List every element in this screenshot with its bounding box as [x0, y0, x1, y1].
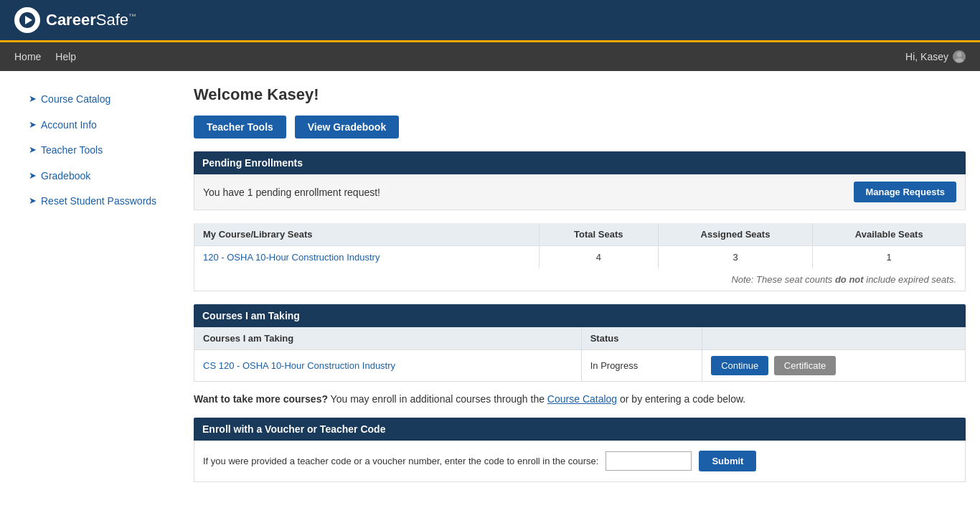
continue-button[interactable]: Continue	[711, 356, 768, 375]
sidebar-item-gradebook[interactable]: ➤ Gradebook	[29, 169, 172, 184]
chevron-icon: ➤	[29, 119, 37, 130]
seats-note: Note: These seat counts do not include e…	[194, 268, 966, 291]
voucher-input[interactable]	[606, 451, 692, 471]
table-row: 120 - OSHA 10-Hour Construction Industry…	[194, 246, 966, 269]
course-catalog-link[interactable]: Course Catalog	[547, 393, 617, 405]
seat-course-anchor[interactable]: 120 - OSHA 10-Hour Construction Industry	[203, 252, 380, 263]
seats-col-total: Total Seats	[540, 223, 659, 246]
top-header: CareerSafe™	[0, 0, 980, 42]
sidebar-label-teacher-tools: Teacher Tools	[41, 144, 103, 158]
courses-table: Courses I am Taking Status CS 120 - OSHA…	[194, 327, 966, 382]
chevron-icon: ➤	[29, 195, 37, 206]
seat-available: 1	[813, 246, 966, 269]
sidebar-label-account-info: Account Info	[41, 118, 97, 133]
courses-col-course: Courses I am Taking	[194, 327, 582, 350]
sidebar-item-teacher-tools[interactable]: ➤ Teacher Tools	[29, 144, 172, 158]
courses-col-status: Status	[581, 327, 702, 350]
welcome-title: Welcome Kasey!	[194, 85, 966, 104]
logo-text: CareerSafe™	[46, 11, 136, 29]
user-icon	[953, 50, 966, 63]
seat-total: 4	[540, 246, 659, 269]
seats-section: My Course/Library Seats Total Seats Assi…	[194, 223, 966, 291]
svg-point-2	[957, 52, 962, 57]
courses-col-actions	[702, 327, 966, 350]
course-anchor[interactable]: CS 120 - OSHA 10-Hour Construction Indus…	[203, 360, 395, 371]
main-layout: ➤ Course Catalog ➤ Account Info ➤ Teache…	[0, 71, 980, 497]
sidebar-label-course-catalog: Course Catalog	[41, 93, 110, 107]
user-greeting: Hi, Kasey	[905, 51, 948, 62]
voucher-content: If you were provided a teacher code or a…	[194, 441, 966, 482]
courses-header: Courses I am Taking	[194, 304, 966, 327]
voucher-label: If you were provided a teacher code or a…	[203, 456, 598, 466]
sidebar-label-reset-passwords: Reset Student Passwords	[41, 194, 156, 209]
course-link-cell: CS 120 - OSHA 10-Hour Construction Indus…	[194, 350, 582, 382]
logo-safe: Safe	[96, 11, 128, 29]
nav-right: Hi, Kasey	[905, 50, 966, 63]
logo-area: CareerSafe™	[14, 7, 136, 33]
nav-home[interactable]: Home	[14, 44, 41, 70]
pending-enrollments-bar: You have 1 pending enrollment request! M…	[194, 174, 966, 210]
voucher-header: Enroll with a Voucher or Teacher Code	[194, 418, 966, 441]
seat-course-link: 120 - OSHA 10-Hour Construction Industry	[194, 246, 540, 269]
logo-career: Career	[46, 11, 96, 29]
sidebar-item-reset-passwords[interactable]: ➤ Reset Student Passwords	[29, 194, 172, 209]
seats-col-course: My Course/Library Seats	[194, 223, 540, 246]
courses-section: Courses I am Taking Courses I am Taking …	[194, 304, 966, 382]
more-courses-bold: Want to take more courses?	[194, 393, 328, 405]
logo-icon	[14, 7, 40, 33]
chevron-icon: ➤	[29, 93, 37, 104]
sidebar: ➤ Course Catalog ➤ Account Info ➤ Teache…	[29, 85, 172, 482]
chevron-icon: ➤	[29, 170, 37, 181]
courses-table-head: Courses I am Taking Status	[194, 327, 966, 350]
teacher-tools-button[interactable]: Teacher Tools	[194, 116, 286, 138]
seats-col-available: Available Seats	[813, 223, 966, 246]
pending-message: You have 1 pending enrollment request!	[203, 187, 380, 198]
more-courses-mid: You may enroll in additional courses thr…	[328, 393, 547, 405]
content: Welcome Kasey! Teacher Tools View Gradeb…	[172, 85, 966, 482]
svg-point-3	[956, 58, 963, 62]
course-actions: Continue Certificate	[702, 350, 966, 382]
sidebar-label-gradebook: Gradebook	[41, 169, 90, 184]
table-row: CS 120 - OSHA 10-Hour Construction Indus…	[194, 350, 966, 382]
more-courses-text: Want to take more courses? You may enrol…	[194, 393, 966, 405]
certificate-button[interactable]: Certificate	[774, 356, 837, 375]
sidebar-item-account-info[interactable]: ➤ Account Info	[29, 118, 172, 133]
sidebar-item-course-catalog[interactable]: ➤ Course Catalog	[29, 93, 172, 107]
seats-table-body: 120 - OSHA 10-Hour Construction Industry…	[194, 246, 966, 291]
action-buttons: Teacher Tools View Gradebook	[194, 116, 966, 138]
seats-table: My Course/Library Seats Total Seats Assi…	[194, 223, 966, 291]
voucher-section: Enroll with a Voucher or Teacher Code If…	[194, 418, 966, 482]
pending-enrollments-header: Pending Enrollments	[194, 151, 966, 174]
submit-button[interactable]: Submit	[699, 451, 756, 471]
chevron-icon: ➤	[29, 144, 37, 155]
more-courses-after: or by entering a code below.	[617, 393, 745, 405]
seats-table-head: My Course/Library Seats Total Seats Assi…	[194, 223, 966, 246]
manage-requests-button[interactable]: Manage Requests	[854, 182, 956, 202]
seats-col-assigned: Assigned Seats	[658, 223, 813, 246]
seat-assigned: 3	[658, 246, 813, 269]
view-gradebook-button[interactable]: View Gradebook	[295, 116, 399, 138]
nav-left: Home Help	[14, 44, 76, 70]
nav-help[interactable]: Help	[55, 44, 76, 70]
seats-note-row: Note: These seat counts do not include e…	[194, 268, 966, 291]
courses-table-body: CS 120 - OSHA 10-Hour Construction Indus…	[194, 350, 966, 382]
logo-tm: ™	[128, 12, 136, 21]
course-status: In Progress	[581, 350, 702, 382]
nav-bar: Home Help Hi, Kasey	[0, 42, 980, 71]
